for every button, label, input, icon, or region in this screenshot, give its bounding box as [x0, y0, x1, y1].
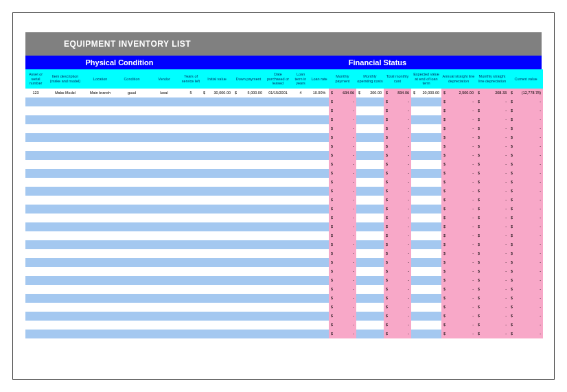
cell-monthly_payment: $-	[329, 178, 356, 187]
cell-loan_rate	[310, 267, 329, 276]
cell-years_left	[181, 303, 201, 312]
cell-location: Main branch	[84, 89, 116, 97]
cell-loan_rate	[310, 294, 329, 303]
cell-down_payment	[233, 187, 264, 196]
cell-current_value: $-	[509, 142, 543, 151]
cell-current_value: $-	[509, 276, 543, 285]
cell-years_left	[181, 106, 201, 115]
cell-initial_value	[201, 178, 233, 187]
cell-annual_depr: $-	[441, 133, 476, 142]
cell-location	[84, 222, 116, 231]
cell-loan_rate	[310, 249, 329, 258]
cell-years_left	[181, 231, 201, 240]
cell-asset_no	[25, 124, 46, 133]
cell-date_purchased	[264, 303, 292, 312]
table-row: $-$-$-$-$-	[25, 276, 543, 285]
cell-down_payment	[233, 214, 264, 222]
cell-loan_term	[292, 196, 310, 205]
table-row: $-$-$-$-$-	[25, 124, 543, 133]
section-header-row: Physical Condition Financial Status	[25, 56, 542, 69]
cell-date_purchased: 01/15/2001	[264, 89, 292, 97]
cell-expected_value	[411, 267, 441, 276]
cell-location	[84, 294, 116, 303]
cell-annual_depr: $2,500.00	[441, 89, 476, 97]
cell-monthly_payment: $-	[329, 160, 356, 169]
cell-expected_value	[411, 222, 441, 231]
cell-monthly_payment: $-	[329, 169, 356, 178]
col-header-asset_no: Asset or serial number	[25, 69, 46, 89]
table-row: $-$-$-$-$-	[25, 160, 543, 169]
cell-monthly_op_costs	[356, 222, 384, 231]
cell-date_purchased	[264, 321, 292, 330]
cell-monthly_payment: $-	[329, 249, 356, 258]
cell-vendor	[148, 178, 181, 187]
cell-date_purchased	[264, 142, 292, 151]
cell-years_left	[181, 276, 201, 285]
cell-desc	[46, 115, 84, 124]
cell-condition	[116, 151, 148, 160]
table-row: $-$-$-$-$-	[25, 312, 543, 321]
cell-total_monthly: $-	[384, 285, 411, 294]
cell-location	[84, 214, 116, 222]
cell-monthly_depr: $-	[476, 267, 509, 276]
cell-loan_rate	[310, 160, 329, 169]
cell-expected_value	[411, 97, 441, 106]
cell-desc	[46, 178, 84, 187]
cell-loan_term	[292, 312, 310, 321]
cell-initial_value	[201, 169, 233, 178]
cell-asset_no	[25, 222, 46, 231]
cell-initial_value	[201, 142, 233, 151]
cell-loan_rate	[310, 312, 329, 321]
inventory-table: Asset or serial numberItem description (…	[25, 69, 543, 338]
cell-total_monthly: $-	[384, 249, 411, 258]
cell-down_payment	[233, 196, 264, 205]
cell-location	[84, 276, 116, 285]
cell-asset_no	[25, 303, 46, 312]
cell-location	[84, 124, 116, 133]
cell-monthly_op_costs	[356, 258, 384, 267]
cell-initial_value	[201, 285, 233, 294]
cell-loan_term	[292, 276, 310, 285]
cell-condition	[116, 312, 148, 321]
cell-down_payment	[233, 106, 264, 115]
cell-monthly_op_costs	[356, 303, 384, 312]
cell-vendor	[148, 97, 181, 106]
cell-current_value: $-	[509, 231, 543, 240]
cell-monthly_op_costs	[356, 249, 384, 258]
table-header-row: Asset or serial numberItem description (…	[25, 69, 543, 89]
cell-current_value: $-	[509, 178, 543, 187]
cell-monthly_op_costs	[356, 187, 384, 196]
cell-asset_no	[25, 115, 46, 124]
cell-desc	[46, 196, 84, 205]
cell-monthly_depr: $-	[476, 187, 509, 196]
table-row: $-$-$-$-$-	[25, 240, 543, 249]
cell-loan_rate	[310, 258, 329, 267]
col-header-total_monthly: Total monthly cost	[384, 69, 411, 89]
cell-monthly_depr: $-	[476, 222, 509, 231]
cell-expected_value	[411, 142, 441, 151]
cell-monthly_op_costs: $200.00	[356, 89, 384, 97]
cell-current_value: $-	[509, 214, 543, 222]
cell-asset_no	[25, 160, 46, 169]
table-row: $-$-$-$-$-	[25, 303, 543, 312]
cell-total_monthly: $834.06	[384, 89, 411, 97]
cell-initial_value	[201, 205, 233, 214]
cell-monthly_op_costs	[356, 115, 384, 124]
cell-expected_value	[411, 303, 441, 312]
cell-years_left	[181, 330, 201, 338]
cell-initial_value	[201, 160, 233, 169]
table-row: $-$-$-$-$-	[25, 187, 543, 196]
cell-expected_value	[411, 124, 441, 133]
table-row: $-$-$-$-$-	[25, 196, 543, 205]
cell-desc	[46, 330, 84, 338]
cell-loan_term	[292, 321, 310, 330]
table-row: $-$-$-$-$-	[25, 267, 543, 276]
cell-vendor	[148, 106, 181, 115]
cell-date_purchased	[264, 330, 292, 338]
cell-down_payment	[233, 312, 264, 321]
table-row: $-$-$-$-$-	[25, 285, 543, 294]
cell-asset_no	[25, 187, 46, 196]
cell-down_payment	[233, 124, 264, 133]
cell-date_purchased	[264, 231, 292, 240]
cell-asset_no	[25, 249, 46, 258]
